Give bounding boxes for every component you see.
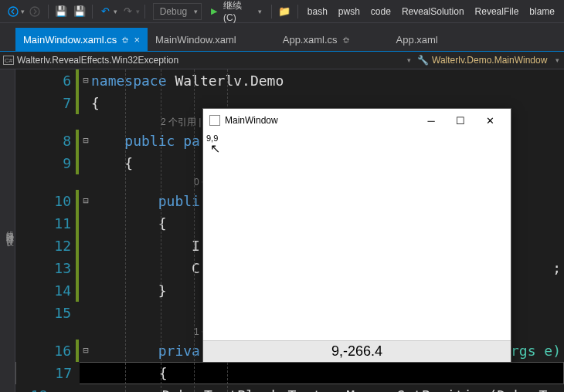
toolbar-separator xyxy=(271,5,272,19)
fold-icon[interactable]: ⊟ xyxy=(80,190,91,212)
save-all-icon[interactable]: 💾 xyxy=(71,3,87,20)
tab-label: App.xaml xyxy=(396,34,438,46)
line-number: 10 xyxy=(15,190,76,212)
close-button[interactable]: ✕ xyxy=(475,115,505,127)
continue-label: 继续(C) xyxy=(220,0,257,23)
tab-label: App.xaml.cs xyxy=(283,34,338,46)
tool-pwsh[interactable]: pwsh xyxy=(334,6,365,17)
fold-icon[interactable]: ⊟ xyxy=(80,69,91,92)
line-number: 9 xyxy=(15,152,76,174)
line-number: 16 xyxy=(15,340,76,362)
folder-icon[interactable]: 📁 xyxy=(277,3,293,20)
window-client-area[interactable]: 9,9 ↖ xyxy=(203,132,511,340)
nav-back-icon[interactable] xyxy=(5,3,21,20)
tool-reveal-solution[interactable]: RevealSolution xyxy=(397,6,469,17)
line-number: 11 xyxy=(15,212,76,235)
svg-point-0 xyxy=(8,7,18,16)
line-number: 8 xyxy=(15,130,76,152)
window-title: MainWindow xyxy=(225,115,278,126)
toolbar-separator xyxy=(48,5,49,19)
pin-icon[interactable]: ⯐ xyxy=(342,35,350,44)
line-number: 6 xyxy=(15,69,76,92)
fold-icon[interactable]: ⊟ xyxy=(80,130,91,152)
debug-app-window[interactable]: MainWindow ─ ☐ ✕ 9,9 ↖ 9,-266.4 xyxy=(202,108,511,363)
toolbar-separator xyxy=(92,5,93,19)
chevron-down-icon[interactable]: ▾ xyxy=(556,56,559,64)
code-line[interactable]: 18 DebugTextBlock.Text = Mouse.GetPositi… xyxy=(15,384,564,392)
nav-forward-icon[interactable] xyxy=(26,3,42,20)
svg-point-1 xyxy=(30,7,39,16)
tab-label: MainWindow.xaml.cs xyxy=(23,34,117,46)
app-icon xyxy=(209,115,220,126)
tab-label: MainWindow.xaml xyxy=(155,34,236,46)
indent-guide xyxy=(194,69,195,392)
member-dropdown[interactable]: 🔧 Walterlv.Demo.MainWindow ▾ xyxy=(417,55,564,66)
tool-reveal-file[interactable]: RevealFile xyxy=(471,6,524,17)
cursor-icon: ↖ xyxy=(210,141,220,156)
line-number: 15 xyxy=(15,302,76,324)
tool-blame[interactable]: blame xyxy=(525,6,559,17)
chevron-down-icon[interactable]: ▾ xyxy=(407,56,411,64)
undo-icon[interactable]: ↶ xyxy=(97,3,114,20)
line-number: 12 xyxy=(15,235,76,257)
window-status-bar: 9,-266.4 xyxy=(203,340,511,362)
tool-bash[interactable]: bash xyxy=(303,6,332,17)
class-icon: 🔧 xyxy=(417,55,429,66)
chevron-down-icon: ▾ xyxy=(136,8,140,15)
tab-app-cs[interactable]: App.xaml.cs ⯐ xyxy=(275,28,358,51)
continue-button[interactable]: ▶ 继续(C) ▾ xyxy=(206,3,267,20)
line-number: 17 xyxy=(16,362,76,384)
line-number: 18 xyxy=(15,384,52,392)
type-name: Walterlv.RevealEffects.Win32Exception xyxy=(17,55,178,66)
chevron-down-icon[interactable]: ▾ xyxy=(258,8,262,15)
toolbar-separator xyxy=(144,5,145,19)
play-icon: ▶ xyxy=(211,6,217,16)
window-titlebar[interactable]: MainWindow ─ ☐ ✕ xyxy=(203,109,511,132)
config-dropdown[interactable]: Debug xyxy=(153,3,202,20)
save-icon[interactable]: 💾 xyxy=(53,3,70,20)
pin-icon[interactable]: ⯐ xyxy=(121,35,129,44)
main-toolbar: ▾ 💾 💾 ↶ ▾ ↷ ▾ Debug ▶ 继续(C) ▾ 📁 bash pws… xyxy=(0,0,564,23)
indent-guide xyxy=(161,69,161,392)
tab-mainwindow-xaml[interactable]: MainWindow.xaml xyxy=(148,28,244,51)
line-number: 7 xyxy=(15,92,76,114)
member-nav-bar: C# Walterlv.RevealEffects.Win32Exception… xyxy=(0,51,564,69)
toolbar-separator xyxy=(297,5,298,19)
tool-code[interactable]: code xyxy=(366,6,396,17)
line-number: 14 xyxy=(15,279,76,302)
close-icon[interactable]: × xyxy=(134,34,140,46)
code-line[interactable]: 6 ⊟ namespace Walterlv.Demo xyxy=(15,69,564,92)
fold-icon[interactable]: ⊟ xyxy=(80,340,91,362)
chevron-down-icon[interactable]: ▾ xyxy=(114,8,117,15)
chevron-down-icon[interactable]: ▾ xyxy=(21,8,25,15)
type-dropdown[interactable]: C# Walterlv.RevealEffects.Win32Exception… xyxy=(0,55,417,66)
vertical-tool-tab[interactable]: 设计器时间线 xyxy=(0,69,15,392)
tab-app-xaml[interactable]: App.xaml xyxy=(389,28,446,51)
code-line-current[interactable]: 17 { xyxy=(15,362,564,384)
redo-icon[interactable]: ↷ xyxy=(119,3,135,20)
maximize-button[interactable]: ☐ xyxy=(446,115,475,127)
document-tabs: MainWindow.xaml.cs ⯐ × MainWindow.xaml A… xyxy=(0,23,564,51)
member-name: Walterlv.Demo.MainWindow xyxy=(432,55,547,66)
csharp-icon: C# xyxy=(3,56,14,65)
minimize-button[interactable]: ─ xyxy=(416,115,446,127)
indent-guide xyxy=(125,69,126,392)
tab-mainwindow-cs[interactable]: MainWindow.xaml.cs ⯐ × xyxy=(15,28,148,51)
line-number: 13 xyxy=(15,257,76,279)
